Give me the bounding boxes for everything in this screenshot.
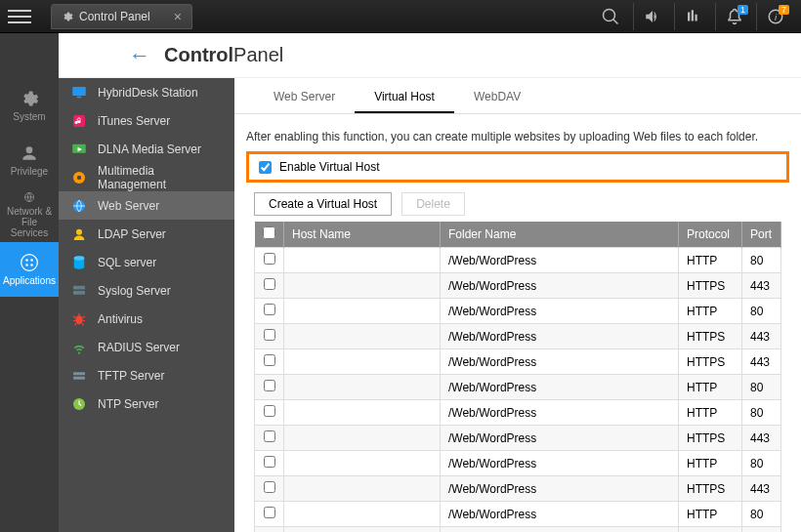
cell-port: 80 bbox=[742, 451, 781, 476]
cell-port: 80 bbox=[742, 502, 781, 527]
rail-item-privilege[interactable]: Privilege bbox=[0, 133, 59, 187]
cell-port: 443 bbox=[742, 324, 781, 349]
tab-webdav[interactable]: WebDAV bbox=[454, 82, 540, 113]
notification-icon[interactable]: 1 bbox=[715, 3, 752, 30]
server-icon bbox=[70, 282, 88, 300]
cell-host bbox=[284, 451, 441, 476]
rail-label: Network & File Services bbox=[2, 206, 57, 238]
resources-icon[interactable] bbox=[674, 3, 711, 30]
table-row[interactable]: /Web/WordPressHTTPS443 bbox=[255, 273, 781, 299]
row-checkbox[interactable] bbox=[264, 405, 275, 417]
table-row[interactable]: /Web/WordPressHTTPS443 bbox=[255, 324, 781, 349]
column-header-folder[interactable]: Folder Name bbox=[441, 222, 679, 248]
bug-icon bbox=[70, 310, 88, 328]
row-checkbox[interactable] bbox=[264, 278, 275, 290]
table-row[interactable]: /Web/WordPressHTTP80 bbox=[255, 502, 781, 527]
row-checkbox[interactable] bbox=[264, 380, 275, 391]
sidebar-item-radius[interactable]: RADIUS Server bbox=[59, 333, 234, 361]
music-icon bbox=[70, 112, 88, 130]
window-tab[interactable]: Control Panel × bbox=[51, 4, 192, 29]
cell-folder: /Web/WordPress bbox=[441, 502, 679, 527]
tab-virtualhost[interactable]: Virtual Host bbox=[355, 82, 454, 113]
svg-point-5 bbox=[30, 259, 33, 262]
search-icon[interactable] bbox=[592, 3, 629, 30]
column-header-host[interactable]: Host Name bbox=[284, 222, 441, 248]
sidebar-item-sql[interactable]: SQL server bbox=[59, 248, 234, 276]
svg-point-17 bbox=[74, 256, 85, 261]
tab-title: Control Panel bbox=[79, 10, 150, 23]
row-checkbox[interactable] bbox=[264, 304, 275, 315]
cell-port: 80 bbox=[742, 299, 781, 324]
sidebar-item-syslog[interactable]: Syslog Server bbox=[59, 276, 234, 305]
cog-icon bbox=[70, 169, 88, 186]
cell-protocol: HTTP bbox=[679, 451, 742, 476]
page-header: ← ControlPanel bbox=[59, 33, 801, 78]
table-row[interactable]: /Web/WordPressHTTP80 bbox=[255, 248, 781, 273]
cell-folder: /Web/WordPress bbox=[441, 527, 679, 533]
toolbar: Create a Virtual Host Delete bbox=[234, 192, 801, 222]
column-header-protocol[interactable]: Protocol bbox=[679, 222, 742, 248]
table-row[interactable]: /Web/WordPressHTTP80 bbox=[255, 451, 781, 476]
row-checkbox[interactable] bbox=[264, 456, 275, 468]
cell-port: 443 bbox=[742, 527, 781, 533]
row-checkbox[interactable] bbox=[264, 329, 275, 341]
table-row[interactable]: /Web/WordPressHTTP80 bbox=[255, 375, 781, 400]
sidebar-item-tftp[interactable]: TFTP Server bbox=[59, 361, 234, 389]
cell-protocol: HTTPS bbox=[679, 426, 742, 451]
rail-label: Privilege bbox=[11, 166, 48, 177]
menu-icon[interactable] bbox=[8, 5, 31, 28]
cell-host bbox=[284, 476, 441, 502]
sidebar-item-hybriddesk[interactable]: HybridDesk Station bbox=[59, 78, 234, 106]
cell-port: 443 bbox=[742, 349, 781, 375]
volume-icon[interactable] bbox=[633, 3, 670, 30]
row-checkbox[interactable] bbox=[264, 253, 275, 265]
cell-protocol: HTTP bbox=[679, 502, 742, 527]
table-row[interactable]: /Web/WordPressHTTPS443 bbox=[255, 426, 781, 451]
table-row[interactable]: /Web/WordPressHTTPS443 bbox=[255, 349, 781, 375]
sidebar-item-multimedia[interactable]: Multimedia Management bbox=[59, 163, 234, 191]
sidebar-item-label: DLNA Media Server bbox=[98, 143, 201, 156]
table-row[interactable]: /Web/WordPressHTTP80 bbox=[255, 299, 781, 324]
select-all-header[interactable] bbox=[255, 222, 284, 248]
row-checkbox[interactable] bbox=[264, 354, 275, 366]
enable-virtual-host-checkbox[interactable]: Enable Virtual Host bbox=[246, 151, 789, 183]
user-icon bbox=[20, 143, 39, 163]
sidebar-item-label: SQL server bbox=[98, 256, 156, 269]
cell-host bbox=[284, 299, 441, 324]
cell-folder: /Web/WordPress bbox=[441, 299, 679, 324]
cell-protocol: HTTP bbox=[679, 375, 742, 400]
sidebar-item-itunes[interactable]: iTunes Server bbox=[59, 106, 234, 135]
sidebar-item-ntp[interactable]: NTP Server bbox=[59, 389, 234, 418]
table-row[interactable]: /Web/WordPressHTTPS443 bbox=[255, 476, 781, 502]
cell-port: 443 bbox=[742, 273, 781, 299]
table-row[interactable]: /Web/WordPressHTTPS443 bbox=[255, 527, 781, 533]
database-icon bbox=[70, 254, 88, 271]
rail-item-system[interactable]: System bbox=[0, 78, 59, 133]
tab-webserver[interactable]: Web Server bbox=[254, 82, 355, 113]
info-icon[interactable]: i 7 bbox=[756, 3, 793, 30]
row-checkbox[interactable] bbox=[264, 481, 275, 493]
cell-port: 443 bbox=[742, 426, 781, 451]
row-checkbox[interactable] bbox=[264, 430, 275, 442]
media-icon bbox=[70, 141, 88, 158]
sidebar-item-dlna[interactable]: DLNA Media Server bbox=[59, 135, 234, 163]
gear-icon bbox=[20, 89, 39, 108]
enable-checkbox-input[interactable] bbox=[259, 161, 272, 174]
table-row[interactable]: /Web/WordPressHTTP80 bbox=[255, 400, 781, 426]
row-checkbox[interactable] bbox=[264, 507, 275, 518]
wifi-icon bbox=[70, 339, 88, 356]
sidebar-item-ldap[interactable]: LDAP Server bbox=[59, 220, 234, 248]
select-all-checkbox[interactable] bbox=[263, 226, 275, 239]
close-icon[interactable]: × bbox=[174, 9, 182, 24]
svg-point-6 bbox=[25, 264, 28, 266]
rail-item-applications[interactable]: Applications bbox=[0, 242, 59, 297]
rail-item-network[interactable]: Network & File Services bbox=[0, 187, 59, 242]
back-icon[interactable]: ← bbox=[129, 43, 150, 68]
svg-point-22 bbox=[75, 315, 83, 324]
sidebar-item-antivirus[interactable]: Antivirus bbox=[59, 305, 234, 333]
svg-point-20 bbox=[75, 286, 77, 288]
column-header-port[interactable]: Port bbox=[742, 222, 781, 248]
sidebar-item-webserver[interactable]: Web Server bbox=[59, 191, 234, 220]
delete-button: Delete bbox=[401, 192, 465, 216]
create-button[interactable]: Create a Virtual Host bbox=[254, 192, 392, 216]
